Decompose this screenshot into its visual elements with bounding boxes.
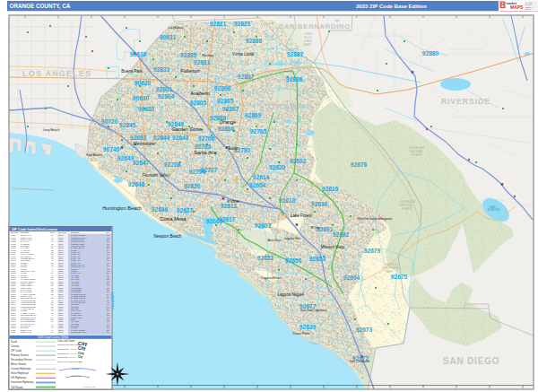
svg-text:92675: 92675 bbox=[391, 274, 408, 280]
svg-text:92647: 92647 bbox=[133, 160, 150, 166]
svg-text:Aliso Viejo: Aliso Viejo bbox=[268, 239, 282, 242]
svg-text:92805: 92805 bbox=[190, 100, 207, 106]
svg-text:92620: 92620 bbox=[269, 164, 286, 170]
svg-text:ZIP Code: ZIP Code bbox=[58, 231, 67, 233]
svg-text:State Highways: State Highways bbox=[11, 371, 30, 375]
svg-text:ORANGE COUNTY, CA: ORANGE COUNTY, CA bbox=[10, 3, 71, 10]
svg-text:92610: 92610 bbox=[322, 186, 339, 192]
svg-text:92867: 92867 bbox=[222, 106, 239, 112]
svg-text:90680: 90680 bbox=[138, 106, 155, 112]
svg-text:92649: 92649 bbox=[117, 155, 134, 161]
svg-text:Laguna Niguel: Laguna Niguel bbox=[277, 292, 303, 297]
svg-text:Tustin: Tustin bbox=[228, 146, 239, 151]
svg-text:92602: 92602 bbox=[290, 158, 307, 164]
svg-text:92626: 92626 bbox=[184, 183, 201, 189]
svg-text:Fullerton: Fullerton bbox=[180, 68, 199, 74]
svg-text:92865: 92865 bbox=[217, 98, 234, 104]
svg-text:Fountain Valley: Fountain Valley bbox=[143, 173, 170, 178]
svg-text:Placentia: Placentia bbox=[202, 54, 213, 57]
svg-text:92806: 92806 bbox=[214, 85, 231, 91]
svg-text:Rancho Santa Margarita: Rancho Santa Margarita bbox=[358, 217, 392, 221]
svg-text:92886: 92886 bbox=[246, 38, 263, 44]
svg-text:92843: 92843 bbox=[172, 135, 189, 141]
svg-text:San Juan Capistrano: San Juan Capistrano bbox=[300, 309, 327, 312]
svg-text:Dana Point: Dana Point bbox=[293, 332, 311, 335]
svg-text:ZIP Name: ZIP Name bbox=[21, 231, 30, 233]
svg-text:92683: 92683 bbox=[130, 135, 147, 141]
svg-text:92673: 92673 bbox=[356, 327, 373, 333]
svg-text:92612: 92612 bbox=[221, 203, 238, 209]
svg-text:ZIP Code: ZIP Code bbox=[11, 349, 22, 353]
svg-text:90631: 90631 bbox=[160, 34, 177, 40]
svg-text:Orange: Orange bbox=[220, 119, 236, 125]
svg-text:2023 Orange County, CA Map: 2023 Orange County, CA Map bbox=[38, 335, 69, 339]
svg-text:LOS ANGELES: LOS ANGELES bbox=[22, 69, 91, 78]
svg-text:90630: 90630 bbox=[133, 95, 150, 101]
svg-text:92656: 92656 bbox=[285, 257, 302, 264]
svg-text:Long Beach: Long Beach bbox=[43, 128, 60, 132]
svg-text:Cities and Towns: Cities and Towns bbox=[57, 339, 75, 343]
svg-text:92603: 92603 bbox=[255, 222, 272, 229]
svg-text:PARK: PARK bbox=[304, 43, 311, 47]
svg-text:92676: 92676 bbox=[351, 161, 368, 168]
svg-text:92630: 92630 bbox=[311, 201, 328, 207]
svg-text:92708: 92708 bbox=[164, 161, 181, 168]
svg-text:El Toro: El Toro bbox=[311, 226, 320, 230]
svg-text:90621: 90621 bbox=[11, 331, 16, 333]
svg-text:92821: 92821 bbox=[210, 21, 227, 27]
svg-text:92844: 92844 bbox=[153, 135, 170, 141]
svg-text:92880: 92880 bbox=[422, 50, 439, 57]
svg-text:92804: 92804 bbox=[158, 93, 175, 100]
svg-text:92694: 92694 bbox=[343, 274, 360, 281]
svg-text:92614: 92614 bbox=[253, 174, 270, 180]
svg-text:92660: 92660 bbox=[206, 218, 223, 224]
svg-text:92627: 92627 bbox=[177, 207, 194, 213]
svg-text:92651: 92651 bbox=[257, 255, 274, 261]
svg-text:Primary Streets: Primary Streets bbox=[11, 353, 29, 357]
svg-text:92679: 92679 bbox=[364, 248, 381, 254]
svg-text:City: City bbox=[78, 355, 82, 359]
svg-text:92887: 92887 bbox=[287, 51, 304, 57]
svg-text:ORANGE: ORANGE bbox=[268, 101, 314, 111]
svg-text:ELSINORE: ELSINORE bbox=[488, 208, 499, 212]
svg-text:BUENA PARK: BUENA PARK bbox=[21, 331, 32, 333]
svg-text:Yorba Linda: Yorba Linda bbox=[232, 52, 254, 57]
svg-text:©MarketMAPS: ©MarketMAPS bbox=[111, 292, 115, 310]
svg-text:92679: 92679 bbox=[58, 331, 64, 333]
svg-text:County: County bbox=[11, 344, 20, 348]
svg-text:92823: 92823 bbox=[234, 21, 251, 27]
svg-text:92869: 92869 bbox=[245, 112, 262, 118]
svg-text:FOREST: FOREST bbox=[402, 207, 412, 211]
svg-text:2023 ZIP Code Base Edition: 2023 ZIP Code Base Edition bbox=[356, 4, 427, 9]
svg-text:92831: 92831 bbox=[194, 59, 211, 65]
svg-text:Mission Viejo: Mission Viejo bbox=[321, 245, 345, 249]
svg-text:90638: 90638 bbox=[130, 51, 147, 57]
svg-text:US Highways: US Highways bbox=[11, 376, 27, 379]
svg-text:92833: 92833 bbox=[153, 66, 170, 73]
svg-text:FOREST: FOREST bbox=[412, 153, 422, 157]
svg-text:RIVERSIDE: RIVERSIDE bbox=[441, 97, 490, 106]
svg-text:SAN DIEGO: SAN DIEGO bbox=[443, 356, 499, 366]
svg-text:Newport Beach: Newport Beach bbox=[154, 234, 182, 239]
svg-text:92703: 92703 bbox=[195, 144, 212, 150]
svg-text:Irvine: Irvine bbox=[227, 198, 239, 204]
svg-text:City: City bbox=[78, 352, 84, 355]
svg-text:92629: 92629 bbox=[299, 324, 317, 330]
svg-text:92653: 92653 bbox=[309, 256, 326, 262]
svg-text:92707: 92707 bbox=[201, 167, 218, 173]
svg-text:Westminster: Westminster bbox=[134, 142, 156, 146]
svg-text:Costa Mesa: Costa Mesa bbox=[160, 216, 187, 222]
svg-text:90620: 90620 bbox=[134, 80, 152, 86]
svg-text:90720: 90720 bbox=[101, 118, 118, 125]
svg-text:Laguna Hills: Laguna Hills bbox=[284, 237, 300, 240]
svg-text:San Clemente: San Clemente bbox=[350, 360, 370, 363]
svg-text:Interstate: Interstate bbox=[72, 368, 80, 370]
svg-text:92835: 92835 bbox=[180, 52, 197, 58]
svg-text:Laguna Beach: Laguna Beach bbox=[262, 276, 282, 280]
svg-text:America's Leading Map & Data P: America's Leading Map & Data Provider Si… bbox=[499, 10, 538, 12]
svg-text:92808: 92808 bbox=[286, 76, 303, 83]
svg-text:92692: 92692 bbox=[333, 231, 350, 238]
svg-text:State Route: State Route bbox=[71, 375, 81, 377]
svg-text:92845: 92845 bbox=[119, 122, 136, 128]
svg-text:Scale: Scale bbox=[11, 340, 18, 344]
